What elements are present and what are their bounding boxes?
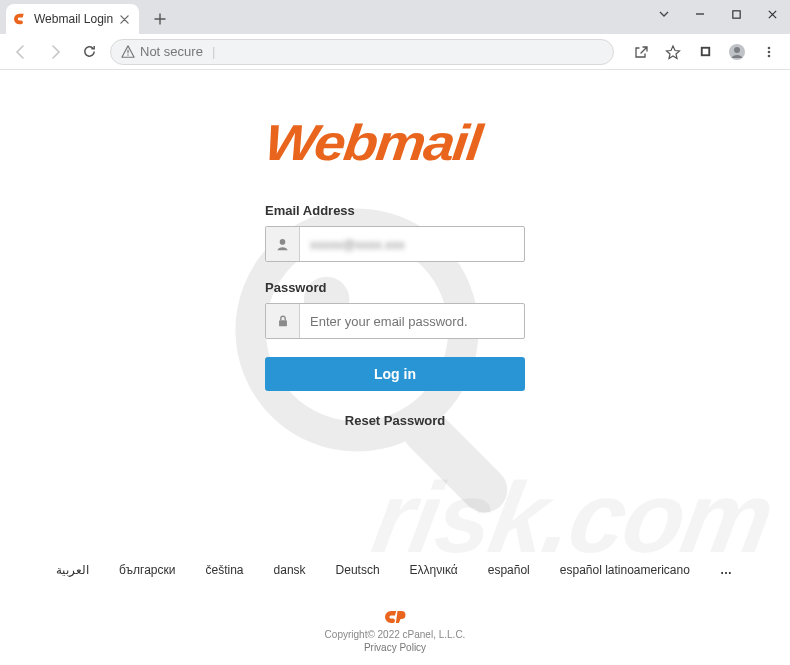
reload-button[interactable] xyxy=(76,39,102,65)
profile-avatar-icon[interactable] xyxy=(724,39,750,65)
back-button[interactable] xyxy=(8,39,34,65)
locale-option[interactable]: Deutsch xyxy=(336,563,380,577)
not-secure-warning: Not secure | xyxy=(121,44,215,59)
locale-option[interactable]: čeština xyxy=(206,563,244,577)
login-button[interactable]: Log in xyxy=(265,357,525,391)
locale-option[interactable]: español latinoamericano xyxy=(560,563,690,577)
locale-option[interactable]: dansk xyxy=(274,563,306,577)
locale-option[interactable]: Ελληνικά xyxy=(410,563,458,577)
locale-more[interactable]: … xyxy=(720,563,734,577)
minimize-button[interactable] xyxy=(682,0,718,28)
cpanel-favicon xyxy=(14,12,28,26)
footer: Copyright© 2022 cPanel, L.L.C. Privacy P… xyxy=(0,609,790,653)
webmail-logo: Webmail xyxy=(262,113,529,172)
warning-icon xyxy=(121,45,135,59)
password-input[interactable] xyxy=(300,304,524,338)
reset-password-link[interactable]: Reset Password xyxy=(265,413,525,428)
share-icon[interactable] xyxy=(628,39,654,65)
browser-tab[interactable]: Webmail Login xyxy=(6,4,139,34)
password-label: Password xyxy=(265,280,525,295)
svg-point-6 xyxy=(734,47,740,53)
locale-option[interactable]: български xyxy=(119,563,175,577)
svg-rect-4 xyxy=(702,49,708,55)
kebab-menu-icon[interactable] xyxy=(756,39,782,65)
svg-rect-14 xyxy=(279,320,287,326)
password-input-group xyxy=(265,303,525,339)
email-input-group xyxy=(265,226,525,262)
cpanel-logo-icon xyxy=(384,609,406,625)
forward-button[interactable] xyxy=(42,39,68,65)
email-input[interactable] xyxy=(300,227,524,261)
browser-toolbar: Not secure | xyxy=(0,34,790,70)
address-bar[interactable]: Not secure | xyxy=(110,39,614,65)
tab-title: Webmail Login xyxy=(34,12,113,26)
extensions-icon[interactable] xyxy=(692,39,718,65)
privacy-policy-link[interactable]: Privacy Policy xyxy=(0,642,790,653)
security-text: Not secure xyxy=(140,44,203,59)
svg-point-7 xyxy=(768,46,771,49)
copyright-text: Copyright© 2022 cPanel, L.L.C. xyxy=(0,629,790,640)
svg-point-9 xyxy=(768,54,771,57)
chevron-down-icon[interactable] xyxy=(646,0,682,28)
login-form: Email Address Password Log in Reset Pass… xyxy=(265,203,525,428)
svg-point-13 xyxy=(280,239,286,245)
svg-rect-1 xyxy=(127,49,128,53)
svg-rect-2 xyxy=(127,54,128,55)
window-titlebar: Webmail Login xyxy=(0,0,790,34)
tab-close-icon[interactable] xyxy=(119,14,129,24)
page-content: risk.com Webmail Email Address Password … xyxy=(0,70,790,665)
email-label: Email Address xyxy=(265,203,525,218)
locale-option[interactable]: العربية xyxy=(56,563,89,577)
locale-option[interactable]: español xyxy=(488,563,530,577)
maximize-button[interactable] xyxy=(718,0,754,28)
svg-rect-0 xyxy=(732,10,739,17)
svg-point-8 xyxy=(768,50,771,53)
new-tab-button[interactable] xyxy=(147,6,173,32)
close-button[interactable] xyxy=(754,0,790,28)
locale-selector: العربية български čeština dansk Deutsch … xyxy=(0,553,790,587)
bookmark-star-icon[interactable] xyxy=(660,39,686,65)
lock-icon xyxy=(266,304,300,338)
user-icon xyxy=(266,227,300,261)
